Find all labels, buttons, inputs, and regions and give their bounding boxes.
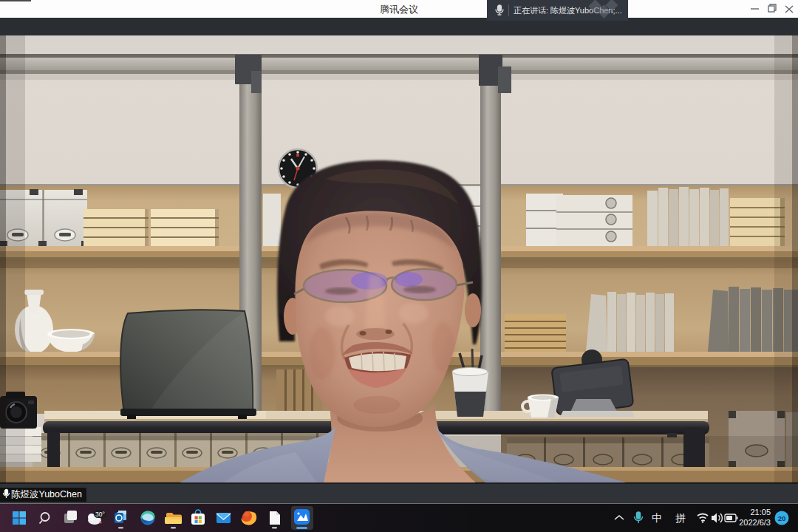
svg-text:中: 中 (652, 512, 662, 524)
svg-text:30°: 30° (95, 511, 105, 518)
svg-text:20: 20 (778, 514, 786, 522)
svg-text:2022/6/3: 2022/6/3 (739, 518, 771, 527)
svg-text:拼: 拼 (675, 512, 686, 524)
svg-text:21:05: 21:05 (750, 508, 771, 516)
